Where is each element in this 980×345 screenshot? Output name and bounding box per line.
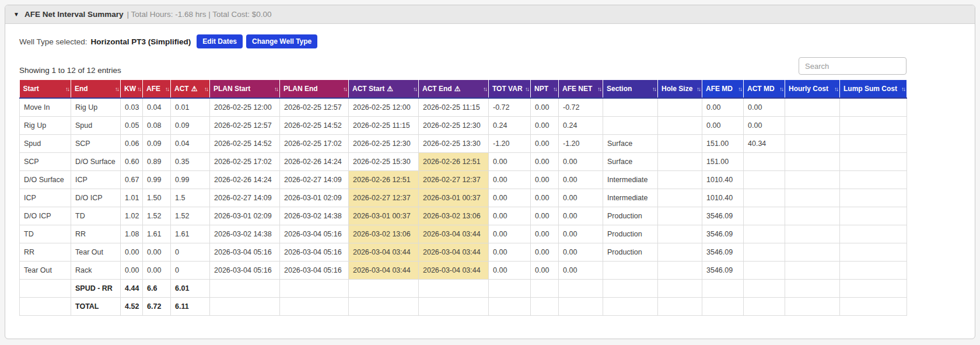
cell-act-end: 2026-03-02 13:06 bbox=[419, 207, 489, 225]
cell-act-md bbox=[744, 153, 785, 171]
cell-afe-net: 0.00 bbox=[559, 225, 603, 243]
sort-icon[interactable]: ↑↓ bbox=[483, 86, 487, 92]
cell-act-md: 40.34 bbox=[744, 135, 785, 153]
sort-icon[interactable]: ↑↓ bbox=[413, 86, 416, 92]
cell-start: ICP bbox=[20, 189, 71, 207]
panel-body: Well Type selected: Horizontal PT3 (Simp… bbox=[5, 24, 975, 330]
cell-act: 0 bbox=[171, 262, 210, 280]
cell-afe-net bbox=[559, 298, 603, 316]
change-well-type-button[interactable]: Change Well Type bbox=[246, 34, 317, 48]
sort-icon[interactable]: ↑↓ bbox=[597, 86, 601, 92]
sort-icon[interactable]: ↑↓ bbox=[901, 86, 905, 92]
cell-hole-size bbox=[658, 207, 702, 225]
table-row: ICPD/O ICP1.011.501.52026-02-27 14:09202… bbox=[20, 189, 907, 207]
cell-npt bbox=[531, 298, 559, 316]
cell-plan-end: 2026-02-25 12:57 bbox=[280, 98, 349, 117]
column-header-act[interactable]: ACT⚠↑↓ bbox=[171, 80, 210, 98]
cell-plan-end bbox=[280, 298, 349, 316]
column-header-tot-var[interactable]: TOT VAR↑↓ bbox=[489, 80, 531, 98]
sort-icon[interactable]: ↑↓ bbox=[738, 86, 741, 92]
sort-icon[interactable]: ↑↓ bbox=[834, 86, 838, 92]
column-header-hole-size[interactable]: Hole Size↑↓ bbox=[658, 80, 702, 98]
column-header-label: ACT bbox=[174, 85, 189, 93]
column-header-afe-net[interactable]: AFE NET↑↓ bbox=[559, 80, 603, 98]
sort-icon[interactable]: ↑↓ bbox=[652, 86, 656, 92]
warning-icon: ⚠ bbox=[191, 85, 198, 93]
column-header-afe[interactable]: AFE↑↓ bbox=[143, 80, 171, 98]
cell-act-end: 2026-03-04 03:44 bbox=[419, 243, 489, 262]
column-header-act-md[interactable]: ACT MD↑↓ bbox=[744, 80, 785, 98]
cell-afe-md: 151.00 bbox=[702, 135, 744, 153]
sort-icon[interactable]: ↑↓ bbox=[553, 86, 556, 92]
sort-icon[interactable]: ↑↓ bbox=[137, 86, 141, 92]
cell-tot-var bbox=[489, 280, 531, 298]
cell-hourly-cost bbox=[785, 135, 840, 153]
cell-start: SCP bbox=[20, 153, 71, 171]
cell-end: D/O ICP bbox=[71, 189, 121, 207]
cell-start bbox=[20, 298, 71, 316]
sort-icon[interactable]: ↑↓ bbox=[696, 86, 700, 92]
cell-kw: 4.44 bbox=[121, 280, 143, 298]
cell-tot-var: -1.20 bbox=[489, 135, 531, 153]
column-header-kw[interactable]: KW↑↓ bbox=[121, 80, 143, 98]
collapse-caret-icon[interactable]: ▼ bbox=[13, 11, 19, 18]
sort-icon[interactable]: ↑↓ bbox=[779, 86, 783, 92]
cell-lump-sum-cost bbox=[840, 207, 907, 225]
sort-icon[interactable]: ↑↓ bbox=[274, 86, 278, 92]
table-body: Move InRig Up0.030.040.012026-02-25 12:0… bbox=[20, 98, 907, 316]
cell-afe: 1.50 bbox=[143, 189, 171, 207]
cell-act-md bbox=[744, 225, 785, 243]
column-header-label: Section bbox=[607, 85, 632, 93]
search-input[interactable] bbox=[799, 57, 907, 75]
table-header: Start↑↓End↑↓KW↑↓AFE↑↓ACT⚠↑↓PLAN Start↑↓P… bbox=[20, 80, 907, 98]
cell-plan-start: 2026-02-26 14:24 bbox=[210, 171, 280, 189]
afe-summary-panel: ▼ AFE Net Interval Summary | Total Hours… bbox=[5, 5, 975, 339]
column-header-section[interactable]: Section↑↓ bbox=[603, 80, 658, 98]
cell-act: 6.11 bbox=[171, 298, 210, 316]
cell-afe-net: -1.20 bbox=[559, 135, 603, 153]
column-header-hourly-cost[interactable]: Hourly Cost↑↓ bbox=[785, 80, 840, 98]
panel-header[interactable]: ▼ AFE Net Interval Summary | Total Hours… bbox=[5, 5, 975, 24]
cell-plan-start: 2026-03-01 02:09 bbox=[210, 207, 280, 225]
cell-lump-sum-cost bbox=[840, 98, 907, 117]
cell-act: 0.35 bbox=[171, 153, 210, 171]
edit-dates-button[interactable]: Edit Dates bbox=[197, 34, 243, 48]
cell-hole-size bbox=[658, 262, 702, 280]
column-header-afe-md[interactable]: AFE MD↑↓ bbox=[702, 80, 744, 98]
sort-icon[interactable]: ↑↓ bbox=[115, 86, 118, 92]
column-header-start[interactable]: Start↑↓ bbox=[20, 80, 71, 98]
sort-icon[interactable]: ↑↓ bbox=[525, 86, 528, 92]
cell-npt: 0.00 bbox=[531, 225, 559, 243]
cell-hole-size bbox=[658, 135, 702, 153]
column-header-act-end[interactable]: ACT End⚠↑↓ bbox=[419, 80, 489, 98]
cell-afe: 0.00 bbox=[143, 243, 171, 262]
cell-start: Tear Out bbox=[20, 262, 71, 280]
column-header-end[interactable]: End↑↓ bbox=[71, 80, 121, 98]
column-header-plan-start[interactable]: PLAN Start↑↓ bbox=[210, 80, 280, 98]
column-header-act-start[interactable]: ACT Start⚠↑↓ bbox=[349, 80, 419, 98]
cell-act-end: 2026-03-04 03:44 bbox=[419, 262, 489, 280]
cell-afe-md: 3546.09 bbox=[702, 225, 744, 243]
cell-plan-start: 2026-03-02 14:38 bbox=[210, 225, 280, 243]
sort-icon[interactable]: ↑↓ bbox=[343, 86, 346, 92]
column-header-npt[interactable]: NPT↑↓ bbox=[531, 80, 559, 98]
table-row: D/O ICPTD1.021.521.522026-03-01 02:09202… bbox=[20, 207, 907, 225]
cell-afe-md: 0.00 bbox=[702, 98, 744, 117]
column-header-plan-end[interactable]: PLAN End↑↓ bbox=[280, 80, 349, 98]
cell-npt: 0.00 bbox=[531, 171, 559, 189]
cell-act: 1.61 bbox=[171, 225, 210, 243]
cell-kw: 0.00 bbox=[121, 243, 143, 262]
cell-act-md bbox=[744, 207, 785, 225]
cell-afe-net bbox=[559, 280, 603, 298]
cell-act-md bbox=[744, 280, 785, 298]
cell-end: TD bbox=[71, 207, 121, 225]
cell-lump-sum-cost bbox=[840, 153, 907, 171]
cell-afe: 0.08 bbox=[143, 117, 171, 135]
table-row: Tear OutRack0.000.0002026-03-04 05:16202… bbox=[20, 262, 907, 280]
sort-icon[interactable]: ↑↓ bbox=[65, 86, 69, 92]
cell-act-start bbox=[349, 280, 419, 298]
sort-icon[interactable]: ↑↓ bbox=[165, 86, 169, 92]
sort-icon[interactable]: ↑↓ bbox=[204, 86, 208, 92]
cell-tot-var: -0.72 bbox=[489, 98, 531, 117]
column-header-lump-sum-cost[interactable]: Lump Sum Cost↑↓ bbox=[840, 80, 907, 98]
